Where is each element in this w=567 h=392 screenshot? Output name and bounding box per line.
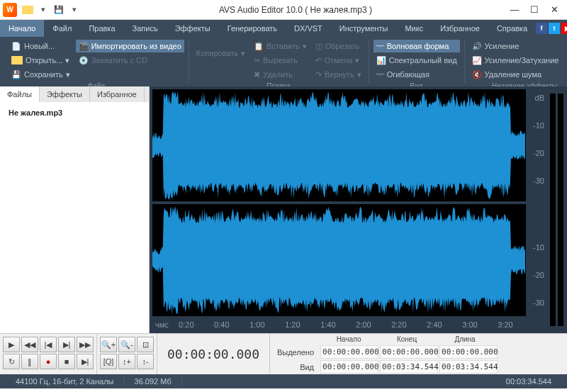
envelope-icon: 〰 [376, 70, 384, 79]
noise-icon: 🔇 [472, 70, 482, 79]
view-start[interactable]: 00:00:00.000 [320, 360, 378, 374]
selection-info: Начало Конец Длина Выделено 00:00:00.000… [270, 334, 567, 374]
facebook-icon[interactable]: f [536, 23, 547, 34]
tab-files[interactable]: Файлы [0, 86, 40, 102]
qat-more-icon[interactable]: ▾ [68, 4, 81, 16]
effect-extra-3[interactable]: ⬛ [564, 68, 567, 81]
cut-icon: ✂ [254, 56, 260, 65]
menu-file[interactable]: Файл [44, 20, 80, 37]
menu-record[interactable]: Запись [124, 20, 167, 37]
save-button[interactable]: 💾Сохранить▾ [9, 68, 73, 81]
save-icon: 💾 [11, 70, 21, 79]
fade-button[interactable]: 📈Усиление/Затухание [469, 54, 562, 67]
play-button[interactable]: ▶ [3, 337, 20, 352]
view-length[interactable]: 00:03:34.544 [439, 360, 498, 374]
zoom-in-button[interactable]: 🔍+ [100, 337, 117, 352]
amplify-icon: 🔊 [472, 42, 482, 51]
youtube-icon[interactable]: ▶ [561, 23, 567, 34]
crop-icon: ◫ [315, 42, 322, 51]
quick-access-toolbar: ▾ 💾 ▾ [21, 4, 81, 16]
delete-icon: ✖ [254, 70, 260, 79]
menu-mix[interactable]: Микс [396, 20, 432, 37]
paste-icon: 📋 [254, 42, 264, 51]
menu-tools[interactable]: Инструменты [331, 20, 397, 37]
spectral-icon: 📊 [376, 56, 386, 65]
next-button[interactable]: ▶▶ [77, 337, 94, 352]
waveform-right-channel[interactable] [152, 204, 526, 316]
redo-button[interactable]: ↷Вернуть▾ [313, 68, 364, 81]
menu-home[interactable]: Начало [0, 20, 44, 37]
effect-extra-1[interactable]: ⬛ [564, 40, 567, 52]
bottom-bar: ▶ ◀◀ |◀ ▶| ▶▶ ↻ ‖ ● ■ ▶| 🔍+ 🔍- ⊡ [Q] ↕+ … [0, 333, 567, 374]
new-button[interactable]: 📄Новый... [9, 40, 73, 52]
import-icon: 🎬 [79, 42, 89, 51]
import-video-button[interactable]: 🎬Импортировать из видео [76, 40, 184, 52]
db-scale: dB-10-20-30 -10-20-30 [529, 86, 546, 333]
crop-button[interactable]: ◫Обрезать [313, 40, 364, 52]
transport-controls: ▶ ◀◀ |◀ ▶| ▶▶ ↻ ‖ ● ■ ▶| [0, 334, 97, 374]
zoom-out-button[interactable]: 🔍- [118, 337, 135, 352]
meter-left [550, 94, 556, 326]
sel-length[interactable]: 00:00:00.000 [439, 345, 498, 359]
menu-edit[interactable]: Правка [80, 20, 123, 37]
menu-effects[interactable]: Эффекты [167, 20, 219, 37]
menu-generate[interactable]: Генерировать [219, 20, 286, 37]
level-meters [546, 86, 567, 333]
twitter-icon[interactable]: t [549, 23, 560, 34]
tab-favorites[interactable]: Избранное [90, 86, 145, 102]
prev-button[interactable]: ◀◀ [21, 337, 38, 352]
stop-button[interactable]: ■ [58, 354, 75, 369]
rewind-button[interactable]: |◀ [40, 337, 57, 352]
waveform-view-button[interactable]: 〰Волновая форма [374, 40, 460, 52]
loop-button[interactable]: ↻ [3, 354, 20, 369]
save-icon[interactable]: 💾 [52, 4, 65, 16]
tab-effects[interactable]: Эффекты [40, 86, 90, 102]
selection-label: Выделено [270, 348, 320, 357]
meter-right [558, 94, 563, 326]
view-end[interactable]: 00:03:34.544 [380, 360, 438, 374]
waveform-left-channel[interactable] [152, 89, 526, 201]
timeline[interactable]: чмс 0:20 0:40 1:00 1:20 1:40 2:00 2:20 2… [152, 319, 526, 330]
file-list-item[interactable]: Не жалея.mp3 [4, 106, 145, 119]
sel-start[interactable]: 00:00:00.000 [320, 345, 378, 359]
copy-button[interactable]: Копировать▾ [193, 40, 248, 67]
maximize-button[interactable]: ☐ [524, 2, 544, 18]
zoom-sel-button[interactable]: [Q] [100, 354, 117, 369]
undo-icon: ↶ [315, 56, 322, 65]
delete-button[interactable]: ✖Удалить [251, 68, 310, 81]
minimize-button[interactable]: — [505, 2, 524, 18]
status-duration: 00:03:34.544 [496, 377, 561, 386]
zoom-v-in-button[interactable]: ↕+ [118, 354, 135, 369]
qat-dropdown-icon[interactable]: ▾ [37, 4, 50, 16]
amplify-button[interactable]: 🔊Усиление [469, 40, 562, 52]
sel-end[interactable]: 00:00:00.000 [380, 345, 438, 359]
redo-icon: ↷ [315, 70, 322, 79]
window-title: AVS Audio Editor 10.0 ( Не жалея.mp3 ) [86, 5, 505, 15]
status-format: 44100 Гц, 16-бит, 2 Каналы [6, 377, 125, 386]
folder-icon[interactable] [21, 4, 34, 16]
menu-help[interactable]: Справка [488, 20, 536, 37]
zoom-fit-button[interactable]: ⊡ [137, 337, 154, 352]
side-panel: Файлы Эффекты Избранное Не жалея.mp3 [0, 86, 150, 333]
end-button[interactable]: ▶| [77, 354, 94, 369]
close-button[interactable]: ✕ [544, 2, 564, 18]
cd-icon: 💿 [79, 56, 89, 65]
menu-favorites[interactable]: Избранное [432, 20, 488, 37]
waveform-area[interactable]: чмс 0:20 0:40 1:00 1:20 1:40 2:00 2:20 2… [150, 86, 567, 333]
effect-extra-2[interactable]: ⬛ [564, 54, 567, 67]
noise-button[interactable]: 🔇Удаление шума [469, 68, 562, 81]
cd-button[interactable]: 💿Захватить с CD [76, 54, 184, 67]
status-size: 36.092 Мб [125, 377, 182, 386]
record-button[interactable]: ● [40, 354, 57, 369]
undo-button[interactable]: ↶Отмена▾ [313, 54, 364, 67]
open-button[interactable]: Открыть...▾ [9, 54, 73, 67]
envelope-view-button[interactable]: 〰Огибающая [374, 68, 460, 81]
forward-button[interactable]: ▶| [58, 337, 75, 352]
paste-button[interactable]: 📋Вставить▾ [251, 40, 310, 52]
spectral-view-button[interactable]: 📊Спектральный вид [374, 54, 460, 67]
zoom-v-out-button[interactable]: ↕- [137, 354, 154, 369]
menu-dxvst[interactable]: DX/VST [286, 20, 331, 37]
pause-button[interactable]: ‖ [21, 354, 38, 369]
titlebar: W ▾ 💾 ▾ AVS Audio Editor 10.0 ( Не жалея… [0, 0, 567, 20]
cut-button[interactable]: ✂Вырезать [251, 54, 310, 67]
